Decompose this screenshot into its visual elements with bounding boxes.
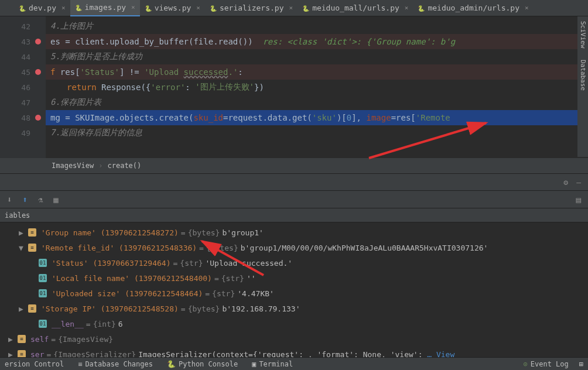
python-console-tab[interactable]: 🐍Python Console	[167, 360, 238, 368]
variable-row[interactable]: ▶≡self = {ImagesView}	[0, 331, 588, 347]
variable-row[interactable]: ▶≡'Group name' (139706212548272) = {byte…	[0, 225, 588, 240]
var-value: b'192.168.79.133'	[222, 304, 300, 313]
download-icon[interactable]: ⬇	[7, 195, 12, 204]
var-type: {bytes}	[188, 228, 220, 237]
event-log-tab[interactable]: ⊙Event Log	[524, 360, 569, 368]
debug-actions: ⬇ ⬆ ⚗ ▦ ▤	[0, 191, 588, 208]
var-value: 6	[118, 320, 123, 328]
debug-toolbar: ⚙ —	[0, 173, 588, 191]
var-type-icon: 01	[39, 259, 47, 267]
var-name: 'Storage IP' (139706212548528)	[41, 304, 179, 313]
close-icon[interactable]: ×	[196, 4, 200, 12]
line-number: 44	[21, 53, 30, 61]
expander-icon[interactable]: ▶	[19, 304, 26, 313]
python-icon	[145, 4, 152, 12]
variable-row[interactable]: ▼≡'Remote file_id' (139706212548336) = {…	[0, 240, 588, 255]
var-type: {bytes}	[188, 304, 220, 313]
var-value: '4.47KB'	[237, 289, 274, 298]
var-type: {str}	[180, 259, 203, 268]
breakpoint-icon[interactable]	[35, 69, 41, 75]
var-value: b'group1/M00/00/00/wKhPhWI8aJeALu0BAAAR5…	[241, 244, 488, 252]
expander-icon[interactable]: ▶	[19, 228, 26, 237]
var-type: {int}	[93, 320, 116, 328]
var-type-icon: 01	[39, 289, 47, 297]
var-name: 'Remote file_id' (139706212548336)	[41, 244, 197, 252]
close-icon[interactable]: ×	[525, 4, 529, 12]
version-control-tab[interactable]: ersion Control	[5, 360, 64, 368]
sciview-tab[interactable]: SciView	[579, 21, 587, 48]
var-type: {bytes}	[206, 244, 238, 252]
python-icon	[210, 4, 217, 12]
close-icon[interactable]: ×	[131, 4, 135, 11]
chevron-right-icon: ›	[98, 162, 102, 170]
breadcrumb-class[interactable]: ImagesView	[52, 162, 94, 170]
variable-row[interactable]: 01__len__ = {int} 6	[0, 316, 588, 331]
tab-images[interactable]: images.py×	[70, 0, 140, 16]
var-type: {str}	[212, 289, 235, 298]
code-editor[interactable]: 42 43 44 45 46 47 48 49 4.上传图片 es = clie…	[0, 16, 588, 158]
layout-icon[interactable]: ▤	[576, 195, 581, 204]
var-value: ''	[247, 274, 256, 283]
python-icon	[75, 3, 82, 12]
var-name: 'Local file name' (139706212548400)	[52, 274, 212, 283]
tab-views[interactable]: views.py×	[140, 0, 205, 16]
variable-row[interactable]: 01'Uploaded size' (139706212548464) = {s…	[0, 286, 588, 301]
close-icon[interactable]: ×	[289, 4, 293, 12]
var-name: self	[30, 335, 49, 344]
tab-dev[interactable]: dev.py×	[14, 0, 70, 16]
status-bar: ersion Control ≡Database Changes 🐍Python…	[0, 357, 588, 370]
close-icon[interactable]: ×	[61, 4, 66, 12]
var-value: b'group1'	[222, 228, 263, 237]
close-icon[interactable]: ×	[405, 4, 409, 12]
terminal-tab[interactable]: ▣Terminal	[252, 360, 293, 368]
var-value: 'Upload successed.'	[205, 259, 292, 268]
breakpoint-icon[interactable]	[35, 115, 41, 121]
var-type-icon: ≡	[28, 228, 36, 237]
line-number: 42	[21, 22, 30, 31]
line-number: 48	[21, 114, 30, 122]
var-name: 'Uploaded size' (139706212548464)	[52, 289, 203, 298]
upload-icon[interactable]: ⬆	[22, 195, 27, 204]
var-type-icon: ≡	[18, 335, 26, 343]
breakpoint-icon[interactable]	[35, 39, 41, 44]
expander-icon[interactable]: ▼	[19, 244, 26, 252]
var-name: __len__	[52, 320, 84, 328]
expander-icon[interactable]: ▶	[8, 335, 15, 344]
line-number: 47	[21, 98, 30, 107]
var-type: {str}	[221, 274, 244, 283]
python-icon	[19, 4, 26, 12]
variables-header: iables	[0, 208, 588, 222]
variable-row[interactable]: 01'Status' (139706637129464) = {str} 'Up…	[0, 255, 588, 270]
variable-row[interactable]: ▶≡'Storage IP' (139706212548528) = {byte…	[0, 301, 588, 316]
tab-admin-urls[interactable]: meiduo_admin/urls.py×	[413, 0, 533, 16]
variables-panel: ▶≡'Group name' (139706212548272) = {byte…	[0, 222, 588, 364]
python-icon	[418, 4, 425, 12]
gutter: 42 43 44 45 46 47 48 49	[0, 16, 46, 158]
var-type: {ImagesView}	[58, 335, 113, 344]
gear-icon[interactable]: ⚙	[563, 178, 568, 187]
var-name: 'Status' (139706637129464)	[52, 259, 171, 268]
code-content[interactable]: 4.上传图片 es = client.upload_by_buffer(file…	[46, 16, 588, 158]
var-type-icon: 01	[39, 274, 47, 282]
var-type-icon: ≡	[28, 304, 36, 313]
line-number: 45	[21, 68, 30, 77]
breadcrumb: ImagesView › create()	[0, 158, 588, 173]
tab-mall-urls[interactable]: meiduo_mall/urls.py×	[298, 0, 413, 16]
python-icon	[302, 4, 309, 12]
side-panel[interactable]: SciView Database	[577, 16, 588, 157]
filter-icon[interactable]: ⚗	[38, 195, 43, 204]
editor-tabs: dev.py× images.py× views.py× serializers…	[0, 0, 588, 16]
line-number: 46	[21, 83, 30, 92]
database-tab[interactable]: Database	[579, 60, 587, 91]
database-changes-tab[interactable]: ≡Database Changes	[78, 360, 153, 368]
var-type-icon: 01	[39, 320, 47, 328]
minimize-icon[interactable]: —	[576, 178, 581, 187]
var-type-icon: ≡	[28, 244, 36, 252]
table-icon[interactable]: ▦	[53, 195, 58, 204]
tab-serializers[interactable]: serializers.py×	[205, 0, 298, 16]
line-number: 49	[21, 129, 30, 138]
variable-row[interactable]: 01'Local file name' (139706212548400) = …	[0, 270, 588, 286]
breadcrumb-method[interactable]: create()	[107, 162, 141, 170]
line-number: 43	[21, 37, 30, 46]
layout-toggle[interactable]: ⊞	[579, 360, 583, 368]
